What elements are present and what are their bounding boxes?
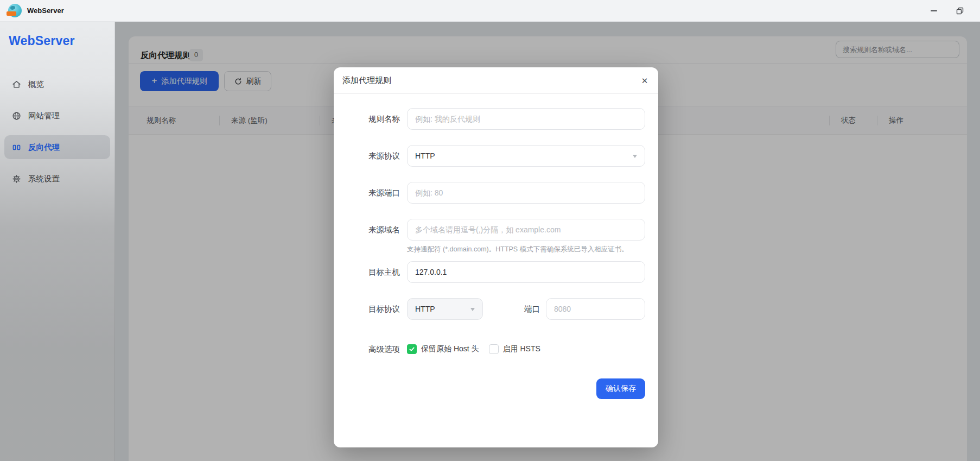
sidebar-nav: 概览 网站管理 反向代理 系统设置 bbox=[4, 72, 110, 198]
sidebar-item-websites[interactable]: 网站管理 bbox=[4, 104, 110, 128]
sidebar-item-reverse-proxy[interactable]: 反向代理 bbox=[4, 135, 110, 159]
sidebar-item-settings[interactable]: 系统设置 bbox=[4, 167, 110, 191]
check-icon bbox=[409, 346, 415, 352]
proxy-icon bbox=[12, 143, 21, 152]
source-domain-label: 来源域名 bbox=[334, 219, 400, 241]
source-domain-hint: 支持通配符 (*.domain.com)。HTTPS 模式下需确保系统已导入相应… bbox=[407, 245, 628, 254]
target-host-row: 目标主机 bbox=[334, 261, 658, 283]
modal-title: 添加代理规则 bbox=[342, 67, 391, 93]
gear-icon bbox=[12, 174, 21, 184]
hsts-checkbox[interactable] bbox=[489, 344, 499, 354]
sidebar-item-label: 反向代理 bbox=[28, 142, 60, 153]
source-port-input[interactable] bbox=[407, 182, 645, 204]
target-protocol-row: 目标协议 HTTP 端口 bbox=[334, 298, 658, 320]
window-restore-button[interactable] bbox=[953, 4, 967, 18]
advanced-options-group: 保留原始 Host 头 启用 HSTS bbox=[407, 343, 550, 355]
app-window: WebServer WebServer 概览 bbox=[0, 0, 980, 461]
sidebar-item-label: 网站管理 bbox=[28, 111, 60, 121]
window-controls bbox=[927, 4, 975, 18]
sidebar-item-label: 系统设置 bbox=[28, 174, 60, 184]
target-port-input[interactable] bbox=[546, 298, 645, 320]
advanced-options-row: 高级选项 保留原始 Host 头 启用 HSTS bbox=[334, 343, 658, 355]
logo-orange-banner bbox=[7, 11, 16, 16]
source-port-label: 来源端口 bbox=[334, 182, 400, 204]
add-proxy-rule-modal: 添加代理规则 ✕ 规则名称 来源协议 HTTP 来源端口 来源域名 bbox=[334, 67, 658, 447]
sidebar-item-overview[interactable]: 概览 bbox=[4, 72, 110, 96]
advanced-options-label: 高级选项 bbox=[334, 343, 400, 355]
target-port-label: 端口 bbox=[516, 298, 540, 320]
rule-name-row: 规则名称 bbox=[334, 108, 658, 130]
titlebar: WebServer bbox=[0, 0, 980, 22]
home-icon bbox=[12, 80, 21, 89]
modal-close-button[interactable]: ✕ bbox=[638, 74, 652, 88]
rule-name-input[interactable] bbox=[407, 108, 645, 130]
source-protocol-label: 来源协议 bbox=[334, 145, 400, 167]
rule-name-label: 规则名称 bbox=[334, 108, 400, 130]
minimize-icon bbox=[931, 10, 937, 11]
target-protocol-value: HTTP bbox=[415, 305, 435, 313]
preserve-host-checkbox[interactable] bbox=[407, 344, 417, 354]
restore-icon bbox=[956, 7, 964, 15]
source-domain-input[interactable] bbox=[407, 219, 645, 241]
source-domain-row: 来源域名 bbox=[334, 219, 658, 241]
titlebar-app-name: WebServer bbox=[27, 7, 64, 15]
preserve-host-label: 保留原始 Host 头 bbox=[421, 344, 479, 354]
target-protocol-select[interactable]: HTTP bbox=[407, 298, 483, 320]
target-host-input[interactable] bbox=[407, 261, 645, 283]
confirm-save-button[interactable]: 确认保存 bbox=[596, 378, 645, 399]
chevron-down-icon bbox=[633, 155, 637, 158]
sidebar-logo: WebServer bbox=[9, 34, 75, 48]
sidebar: WebServer 概览 网站管理 反向代理 bbox=[0, 22, 115, 461]
close-icon: ✕ bbox=[641, 76, 648, 86]
sidebar-item-label: 概览 bbox=[28, 79, 44, 90]
globe-icon bbox=[12, 111, 21, 121]
chevron-down-icon bbox=[470, 308, 475, 311]
globe-land-shape bbox=[10, 6, 15, 10]
target-protocol-label: 目标协议 bbox=[334, 298, 400, 320]
source-port-row: 来源端口 bbox=[334, 182, 658, 204]
source-protocol-value: HTTP bbox=[415, 151, 435, 160]
window-minimize-button[interactable] bbox=[927, 4, 941, 18]
hsts-label: 启用 HSTS bbox=[503, 344, 540, 354]
app-logo-icon bbox=[8, 4, 22, 17]
modal-header: 添加代理规则 ✕ bbox=[334, 67, 658, 94]
source-protocol-select[interactable]: HTTP bbox=[407, 145, 645, 167]
target-host-label: 目标主机 bbox=[334, 261, 400, 283]
source-protocol-row: 来源协议 HTTP bbox=[334, 145, 658, 167]
